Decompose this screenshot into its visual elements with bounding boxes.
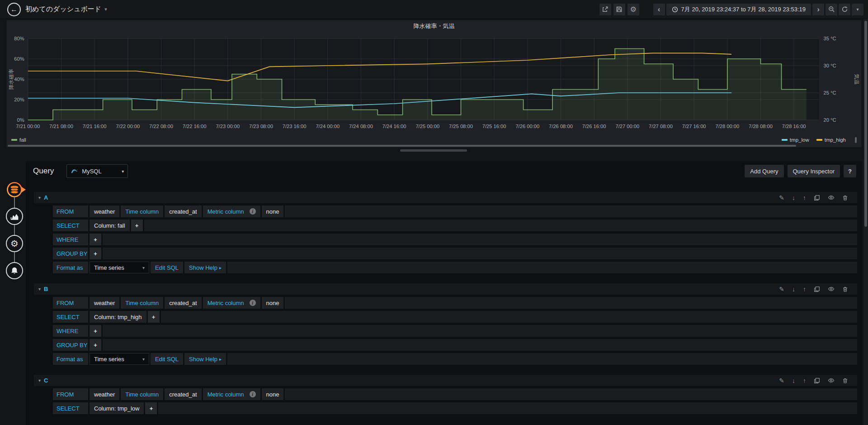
duplicate-query-icon[interactable] bbox=[814, 195, 820, 201]
share-button[interactable] bbox=[599, 4, 611, 15]
panel-title[interactable]: 降水確率・気温 bbox=[7, 20, 861, 31]
page-scrollbar-thumb[interactable] bbox=[864, 21, 867, 227]
add-group-by-button[interactable]: + bbox=[90, 339, 101, 351]
back-button[interactable]: ← bbox=[7, 3, 21, 16]
legend-item-tmp-high[interactable]: tmp_high bbox=[816, 137, 846, 143]
edit-query-icon[interactable]: ✎ bbox=[779, 377, 784, 384]
show-help-button[interactable]: Show Help ▸ bbox=[184, 353, 226, 365]
dashboard-settings-button[interactable]: ⚙ bbox=[627, 4, 639, 15]
chevron-down-icon: ▾ bbox=[104, 6, 107, 12]
row-filler bbox=[227, 262, 857, 273]
query-letter[interactable]: A bbox=[44, 194, 48, 201]
graph-panel: 降水確率・気温 0%20%40%60%80%20 °C25 °C30 °C35 … bbox=[6, 20, 862, 148]
chevron-left-icon: ‹ bbox=[658, 5, 660, 13]
select-column-value[interactable]: Column: tmp_low bbox=[90, 402, 144, 414]
timeseries-chart[interactable]: 0%20%40%60%80%20 °C25 °C30 °C35 °C7/21 0… bbox=[7, 31, 861, 135]
add-select-button[interactable]: + bbox=[131, 220, 143, 231]
legend-item-fall[interactable]: fall bbox=[11, 137, 26, 143]
table-value[interactable]: weather bbox=[90, 205, 119, 217]
format-as-dropdown[interactable]: Time series ▾ bbox=[90, 353, 149, 365]
move-query-up-icon[interactable]: ↑ bbox=[803, 377, 806, 384]
time-column-value[interactable]: created_at bbox=[165, 388, 201, 400]
query-editor: Query MySQL ▾ Add Query Query Inspector … bbox=[26, 161, 862, 425]
select-column-value[interactable]: Column: tmp_high bbox=[90, 311, 146, 323]
horizontal-scrollbar[interactable] bbox=[8, 145, 796, 147]
time-shift-forward-button[interactable]: › bbox=[812, 4, 824, 15]
delete-query-icon[interactable] bbox=[842, 377, 848, 384]
move-query-down-icon[interactable]: ↓ bbox=[792, 195, 795, 201]
save-button[interactable] bbox=[613, 4, 625, 15]
tab-general[interactable]: ⚙ bbox=[6, 235, 23, 252]
table-value[interactable]: weather bbox=[90, 297, 119, 309]
add-query-button[interactable]: Add Query bbox=[745, 165, 783, 177]
delete-query-icon[interactable] bbox=[842, 195, 848, 201]
panel-resize-handle[interactable] bbox=[400, 149, 467, 152]
zoom-out-button[interactable] bbox=[826, 4, 837, 15]
time-column-label[interactable]: Time column bbox=[121, 205, 163, 217]
tab-alert[interactable] bbox=[6, 262, 23, 279]
time-column-label[interactable]: Time column bbox=[121, 388, 163, 400]
select-label: SELECT bbox=[53, 402, 88, 414]
move-query-down-icon[interactable]: ↓ bbox=[792, 286, 795, 292]
svg-text:7/28 00:00: 7/28 00:00 bbox=[715, 124, 739, 129]
metric-column-label[interactable]: Metric column i bbox=[203, 388, 260, 400]
legend-label: tmp_high bbox=[825, 137, 846, 143]
clock-icon bbox=[672, 6, 678, 13]
from-label: FROM bbox=[53, 297, 88, 309]
query-letter[interactable]: B bbox=[44, 286, 48, 292]
page-scrollbar-track[interactable] bbox=[863, 19, 868, 425]
metric-column-label[interactable]: Metric column i bbox=[203, 205, 260, 217]
tab-visualization[interactable] bbox=[6, 208, 23, 225]
refresh-button[interactable] bbox=[839, 4, 850, 15]
metric-column-value[interactable]: none bbox=[262, 388, 284, 400]
legend-item-tmp-low[interactable]: tmp_low bbox=[782, 137, 809, 143]
svg-text:7/28 16:00: 7/28 16:00 bbox=[782, 124, 806, 129]
add-group-by-button[interactable]: + bbox=[90, 248, 101, 259]
disable-query-icon[interactable] bbox=[828, 194, 835, 201]
metric-column-value[interactable]: none bbox=[262, 205, 284, 217]
disable-query-icon[interactable] bbox=[828, 286, 835, 292]
duplicate-query-icon[interactable] bbox=[814, 286, 820, 292]
time-column-value[interactable]: created_at bbox=[165, 297, 201, 309]
add-where-button[interactable]: + bbox=[90, 325, 101, 337]
delete-query-icon[interactable] bbox=[842, 286, 848, 292]
metric-column-label[interactable]: Metric column i bbox=[203, 297, 260, 309]
move-query-down-icon[interactable]: ↓ bbox=[792, 377, 795, 384]
edit-sql-button[interactable]: Edit SQL bbox=[151, 353, 183, 365]
add-select-button[interactable]: + bbox=[145, 402, 157, 414]
refresh-interval-dropdown[interactable]: ▾ bbox=[852, 4, 863, 15]
time-shift-back-button[interactable]: ‹ bbox=[653, 4, 665, 15]
duplicate-query-icon[interactable] bbox=[814, 377, 820, 384]
add-where-button[interactable]: + bbox=[90, 234, 101, 245]
time-column-value[interactable]: created_at bbox=[165, 205, 201, 217]
edit-query-icon[interactable]: ✎ bbox=[779, 286, 784, 292]
format-as-dropdown[interactable]: Time series ▾ bbox=[90, 262, 149, 273]
move-query-up-icon[interactable]: ↑ bbox=[803, 195, 806, 201]
dashboard-title-dropdown[interactable]: 初めてのダッシュボード ▾ bbox=[25, 5, 107, 14]
query-letter[interactable]: C bbox=[44, 377, 48, 384]
datasource-name: MySQL bbox=[82, 168, 118, 175]
select-column-value[interactable]: Column: fall bbox=[90, 220, 130, 231]
collapse-caret-icon[interactable]: ▾ bbox=[38, 378, 41, 383]
disable-query-icon[interactable] bbox=[828, 377, 835, 384]
metric-column-value[interactable]: none bbox=[262, 297, 284, 309]
time-range-button[interactable]: 7月 20, 2019 23:24:37 to 7月 28, 2019 23:5… bbox=[666, 4, 811, 15]
add-select-button[interactable]: + bbox=[148, 311, 160, 323]
gear-icon: ⚙ bbox=[630, 5, 636, 14]
tab-queries[interactable] bbox=[6, 181, 23, 198]
show-help-button[interactable]: Show Help ▸ bbox=[184, 262, 226, 273]
table-value[interactable]: weather bbox=[90, 388, 119, 400]
zoom-out-icon bbox=[828, 6, 835, 13]
collapse-caret-icon[interactable]: ▾ bbox=[38, 195, 41, 200]
time-column-label[interactable]: Time column bbox=[121, 297, 163, 309]
edit-sql-button[interactable]: Edit SQL bbox=[151, 262, 183, 273]
edit-query-icon[interactable]: ✎ bbox=[779, 195, 784, 201]
svg-text:7/28 08:00: 7/28 08:00 bbox=[749, 124, 773, 129]
move-query-up-icon[interactable]: ↑ bbox=[803, 286, 806, 292]
legend-scrollbar-thumb[interactable] bbox=[855, 137, 857, 143]
query-inspector-button[interactable]: Query Inspector bbox=[788, 165, 840, 177]
datasource-picker[interactable]: MySQL ▾ bbox=[66, 164, 128, 178]
collapse-caret-icon[interactable]: ▾ bbox=[38, 287, 41, 291]
query-help-button[interactable]: ? bbox=[844, 165, 856, 177]
dashboard-title: 初めてのダッシュボード bbox=[25, 5, 101, 14]
